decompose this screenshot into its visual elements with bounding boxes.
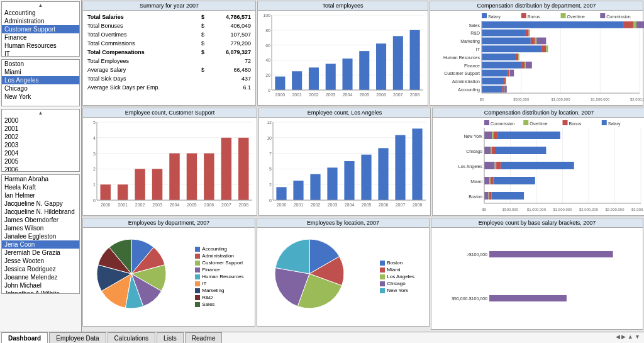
svg-text:2003: 2003 — [152, 203, 162, 207]
pie-legend-item: Miami — [380, 267, 414, 273]
svg-rect-147 — [327, 167, 337, 200]
loc-item[interactable]: Boston — [2, 60, 79, 68]
dept-item[interactable]: Administration — [2, 17, 79, 25]
pie-legend-item: Boston — [380, 260, 414, 266]
emp-item[interactable]: Jesse Wooten — [2, 257, 79, 265]
svg-rect-92 — [502, 86, 504, 93]
emp-count-dept-panel: Employee count, Customer Support 0123452… — [82, 108, 257, 216]
svg-rect-38 — [600, 13, 605, 18]
loc-item[interactable]: New York — [2, 93, 79, 101]
tab-lists[interactable]: Lists — [157, 332, 184, 343]
svg-rect-51 — [482, 21, 624, 28]
comp-dept-panel: Compensation distribution by department,… — [430, 1, 643, 106]
scroll-up-year[interactable]: ▲ — [2, 110, 79, 116]
tab-calculations[interactable]: Calculations — [108, 332, 155, 343]
dept-pie-legend: AccountingAdministrationCustomer Support… — [195, 246, 243, 307]
year-item[interactable]: 2005 — [2, 157, 79, 166]
employees-listbox[interactable]: Harman AbrahaHeela KraftIan HelmerJacque… — [1, 174, 80, 294]
summary-table: Total Salaries$4,786,571Total Bonuses$40… — [83, 11, 255, 94]
summary-row: Total Compensations$6,079,327 — [86, 48, 253, 56]
svg-text:2004: 2004 — [345, 203, 355, 207]
svg-rect-73 — [518, 53, 519, 60]
year-item[interactable]: 2003 — [2, 141, 79, 149]
svg-text:5: 5 — [93, 120, 96, 125]
svg-text:2006: 2006 — [204, 203, 214, 207]
svg-rect-145 — [310, 174, 320, 200]
year-item[interactable]: 2004 — [2, 149, 79, 157]
year-item[interactable]: 2001 — [2, 125, 79, 133]
pie-legend-item: Human Resources — [195, 274, 243, 279]
svg-rect-84 — [510, 70, 514, 77]
dept-item[interactable]: Human Resources — [2, 42, 79, 50]
emp-item[interactable]: Janalee Eggleston — [2, 232, 79, 240]
svg-rect-20 — [342, 59, 352, 90]
loc-item[interactable]: Miami — [2, 68, 79, 76]
years-listbox[interactable]: ▲ 200020012002200320042005200620072008 ▼ — [1, 109, 80, 172]
dept-item[interactable]: Accounting — [2, 9, 79, 17]
svg-rect-53 — [633, 21, 636, 28]
svg-rect-197 — [501, 162, 574, 169]
svg-text:2: 2 — [269, 183, 272, 187]
emp-item[interactable]: Ian Helmer — [2, 191, 79, 200]
svg-rect-117 — [169, 154, 179, 200]
departments-listbox[interactable]: ▲ AccountingAdministrationCustomer Suppo… — [1, 1, 80, 57]
emp-item[interactable]: Jessica Rodriguez — [2, 265, 79, 273]
svg-text:$0: $0 — [480, 98, 484, 101]
emp-item[interactable]: James Oberndorfer — [2, 216, 79, 224]
svg-text:80: 80 — [265, 28, 270, 33]
emp-item[interactable]: James Wilson — [2, 224, 79, 232]
tab-dashboard[interactable]: Dashboard — [1, 332, 48, 343]
svg-text:2006: 2006 — [376, 93, 386, 97]
svg-text:Bonus: Bonus — [528, 14, 540, 19]
emp-item[interactable]: Jeria Coon — [2, 240, 79, 249]
pie-legend-item: New York — [380, 288, 414, 293]
svg-text:$90,000-$100,000: $90,000-$100,000 — [452, 296, 487, 301]
svg-text:Marketing: Marketing — [460, 39, 480, 44]
year-item[interactable]: 2002 — [2, 133, 79, 141]
emp-item[interactable]: Heela Kraft — [2, 183, 79, 191]
emp-item[interactable]: John Michael — [2, 281, 79, 290]
svg-text:Accounting: Accounting — [458, 87, 480, 93]
svg-rect-76 — [482, 62, 521, 69]
emp-item[interactable]: Harman Abraha — [2, 175, 79, 183]
emp-item[interactable]: Jacqueline N. Hildebrand — [2, 208, 79, 216]
total-employees-panel: Total employees 020406080100200020012002… — [257, 1, 428, 106]
loc-item[interactable]: Los Angeles — [2, 76, 79, 84]
loc-item[interactable]: Chicago — [2, 84, 79, 93]
svg-rect-123 — [221, 138, 231, 200]
main-content: Summary for year 2007 Total Salaries$4,7… — [82, 0, 644, 332]
dept-item[interactable]: IT — [2, 50, 79, 57]
emp-item[interactable]: Jeremiah De Grazia — [2, 249, 79, 257]
emp-item[interactable]: Jacqueline N. Gappy — [2, 200, 79, 208]
svg-rect-155 — [395, 135, 405, 200]
emp-by-loc-title: Employees by location, 2007 — [257, 218, 429, 228]
tab-employee-data[interactable]: Employee Data — [49, 332, 106, 343]
tab-readme[interactable]: Readme — [185, 332, 223, 343]
svg-text:2002: 2002 — [135, 203, 145, 207]
svg-text:Finance: Finance — [464, 64, 480, 68]
dept-item[interactable]: Customer Support — [2, 25, 79, 33]
svg-text:Overtime: Overtime — [567, 14, 586, 19]
year-item[interactable]: 2000 — [2, 116, 79, 125]
emp-item[interactable]: Joeanne Melendez — [2, 273, 79, 281]
dept-item[interactable]: Finance — [2, 33, 79, 42]
svg-rect-32 — [482, 13, 487, 18]
svg-rect-64 — [536, 38, 546, 45]
svg-text:40: 40 — [265, 58, 270, 62]
svg-rect-207 — [492, 192, 524, 200]
svg-rect-87 — [504, 77, 506, 84]
svg-text:2001: 2001 — [292, 93, 302, 97]
comp-loc-chart: CommissionOvertimeBonusSalary$0$500,000$… — [434, 119, 644, 216]
emp-item[interactable]: Johnathan A Wilhite — [2, 290, 79, 294]
svg-text:2005: 2005 — [362, 203, 372, 207]
locations-listbox[interactable]: BostonMiamiLos AngelesChicagoNew York — [1, 59, 80, 106]
svg-text:2002: 2002 — [309, 93, 319, 97]
scroll-up-dept[interactable]: ▲ — [2, 2, 79, 9]
svg-text:Overtime: Overtime — [530, 121, 548, 126]
pie-legend-item: Administration — [195, 253, 243, 259]
svg-rect-184 — [484, 132, 492, 139]
svg-rect-191 — [492, 147, 495, 154]
svg-rect-58 — [529, 30, 530, 37]
year-item[interactable]: 2006 — [2, 166, 79, 172]
svg-text:2000: 2000 — [275, 93, 286, 97]
